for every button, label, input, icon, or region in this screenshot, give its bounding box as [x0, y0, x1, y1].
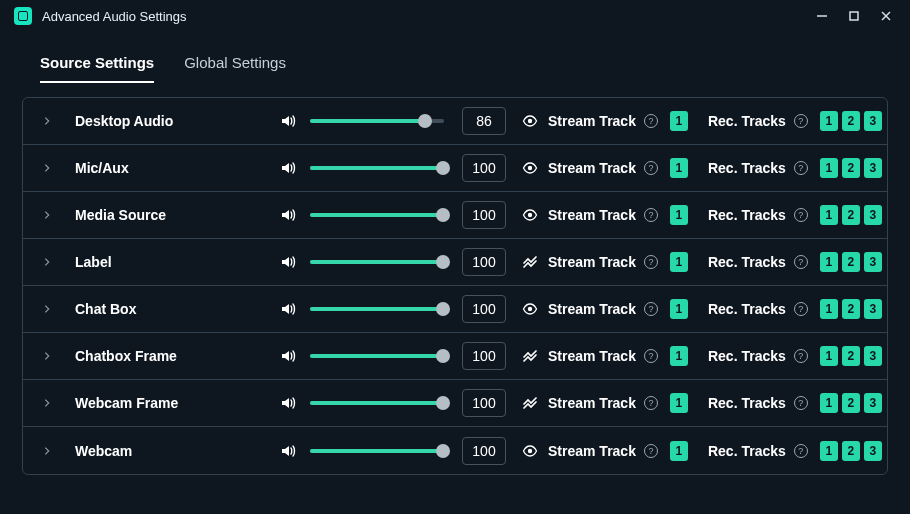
help-icon[interactable]: ? [644, 302, 658, 316]
volume-value[interactable]: 100 [462, 248, 506, 276]
help-icon[interactable]: ? [794, 349, 808, 363]
volume-value[interactable]: 100 [462, 389, 506, 417]
help-icon[interactable]: ? [794, 255, 808, 269]
close-button[interactable] [870, 2, 902, 30]
volume-slider[interactable] [310, 307, 444, 311]
speaker-icon[interactable] [280, 348, 296, 364]
speaker-icon[interactable] [280, 113, 296, 129]
stream-track-1[interactable]: 1 [670, 252, 688, 272]
speaker-icon[interactable] [280, 443, 296, 459]
minimize-button[interactable] [806, 2, 838, 30]
rec-track-2[interactable]: 2 [842, 158, 860, 178]
volume-value[interactable]: 100 [462, 342, 506, 370]
expand-caret-icon[interactable] [39, 207, 55, 223]
svg-point-6 [528, 213, 532, 217]
rec-track-2[interactable]: 2 [842, 252, 860, 272]
rec-track-3[interactable]: 3 [864, 158, 882, 178]
help-icon[interactable]: ? [644, 396, 658, 410]
help-icon[interactable]: ? [794, 208, 808, 222]
volume-slider[interactable] [310, 166, 444, 170]
volume-value[interactable]: 100 [462, 201, 506, 229]
eye-icon[interactable] [522, 207, 538, 223]
stream-track-1[interactable]: 1 [670, 111, 688, 131]
rec-track-3[interactable]: 3 [864, 205, 882, 225]
expand-caret-icon[interactable] [39, 348, 55, 364]
stream-track-1[interactable]: 1 [670, 158, 688, 178]
rec-track-1[interactable]: 1 [820, 393, 838, 413]
stream-track-group: 1 [670, 441, 688, 461]
rec-track-3[interactable]: 3 [864, 346, 882, 366]
rec-track-3[interactable]: 3 [864, 393, 882, 413]
rec-track-2[interactable]: 2 [842, 393, 860, 413]
eye-icon[interactable] [522, 113, 538, 129]
rec-track-3[interactable]: 3 [864, 111, 882, 131]
rec-track-2[interactable]: 2 [842, 441, 860, 461]
rec-track-1[interactable]: 1 [820, 252, 838, 272]
rec-track-1[interactable]: 1 [820, 158, 838, 178]
volume-slider[interactable] [310, 401, 444, 405]
speaker-icon[interactable] [280, 207, 296, 223]
rec-track-2[interactable]: 2 [842, 205, 860, 225]
rec-track-1[interactable]: 1 [820, 346, 838, 366]
help-icon[interactable]: ? [794, 161, 808, 175]
rec-track-2[interactable]: 2 [842, 111, 860, 131]
volume-slider[interactable] [310, 449, 444, 453]
help-icon[interactable]: ? [794, 444, 808, 458]
volume-slider[interactable] [310, 213, 444, 217]
help-icon[interactable]: ? [794, 114, 808, 128]
monitor-stream-icon[interactable] [522, 395, 538, 411]
monitor-stream-icon[interactable] [522, 348, 538, 364]
volume-value[interactable]: 100 [462, 295, 506, 323]
help-icon[interactable]: ? [644, 161, 658, 175]
eye-icon[interactable] [522, 443, 538, 459]
speaker-icon[interactable] [280, 160, 296, 176]
rec-track-1[interactable]: 1 [820, 441, 838, 461]
help-icon[interactable]: ? [794, 396, 808, 410]
stream-track-group: 1 [670, 111, 688, 131]
stream-track-1[interactable]: 1 [670, 441, 688, 461]
rec-track-3[interactable]: 3 [864, 252, 882, 272]
stream-track-1[interactable]: 1 [670, 299, 688, 319]
source-row: Webcam100Stream Track?1Rec. Tracks?123 [23, 427, 887, 474]
stream-track-1[interactable]: 1 [670, 393, 688, 413]
volume-value[interactable]: 86 [462, 107, 506, 135]
expand-caret-icon[interactable] [39, 395, 55, 411]
help-icon[interactable]: ? [794, 302, 808, 316]
help-icon[interactable]: ? [644, 114, 658, 128]
tab-source-settings[interactable]: Source Settings [40, 54, 154, 83]
rec-track-3[interactable]: 3 [864, 299, 882, 319]
expand-caret-icon[interactable] [39, 254, 55, 270]
stream-track-1[interactable]: 1 [670, 205, 688, 225]
rec-track-2[interactable]: 2 [842, 299, 860, 319]
help-icon[interactable]: ? [644, 349, 658, 363]
tab-global-settings[interactable]: Global Settings [184, 54, 286, 83]
rec-track-2[interactable]: 2 [842, 346, 860, 366]
stream-track-1[interactable]: 1 [670, 346, 688, 366]
expand-caret-icon[interactable] [39, 160, 55, 176]
help-icon[interactable]: ? [644, 444, 658, 458]
eye-icon[interactable] [522, 160, 538, 176]
source-row: Desktop Audio86Stream Track?1Rec. Tracks… [23, 98, 887, 145]
volume-value[interactable]: 100 [462, 154, 506, 182]
rec-track-1[interactable]: 1 [820, 205, 838, 225]
volume-value[interactable]: 100 [462, 437, 506, 465]
maximize-button[interactable] [838, 2, 870, 30]
help-icon[interactable]: ? [644, 208, 658, 222]
expand-caret-icon[interactable] [39, 443, 55, 459]
volume-slider[interactable] [310, 119, 444, 123]
rec-tracks-group: 123 [820, 393, 882, 413]
expand-caret-icon[interactable] [39, 113, 55, 129]
help-icon[interactable]: ? [644, 255, 658, 269]
speaker-icon[interactable] [280, 301, 296, 317]
eye-icon[interactable] [522, 301, 538, 317]
rec-track-1[interactable]: 1 [820, 111, 838, 131]
rec-track-3[interactable]: 3 [864, 441, 882, 461]
monitor-stream-icon[interactable] [522, 254, 538, 270]
volume-slider[interactable] [310, 260, 444, 264]
speaker-icon[interactable] [280, 254, 296, 270]
expand-caret-icon[interactable] [39, 301, 55, 317]
svg-point-5 [528, 166, 532, 170]
volume-slider[interactable] [310, 354, 444, 358]
rec-track-1[interactable]: 1 [820, 299, 838, 319]
speaker-icon[interactable] [280, 395, 296, 411]
